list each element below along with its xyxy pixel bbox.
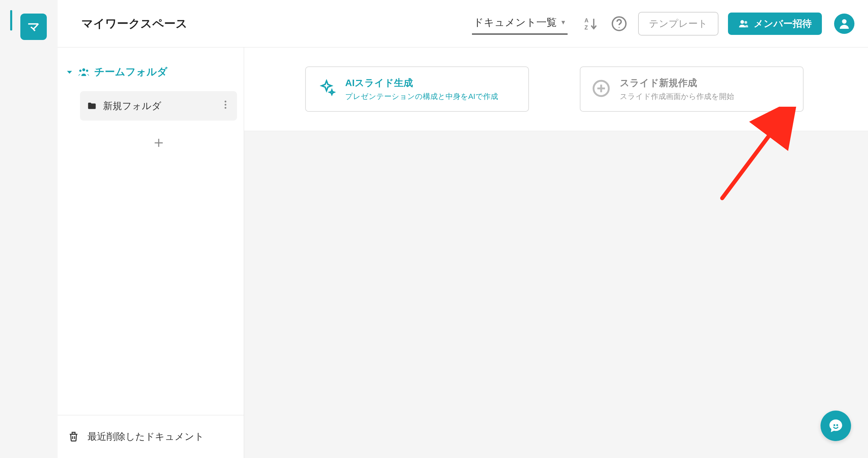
plus-circle-icon [592, 79, 610, 99]
svg-point-22 [833, 424, 835, 426]
sparkle-icon [317, 79, 336, 99]
help-button[interactable] [610, 14, 629, 33]
user-avatar[interactable] [834, 14, 854, 34]
more-vertical-icon [224, 100, 227, 109]
folder-name: 新規フォルダ [103, 100, 161, 112]
new-card-subtitle: スライド作成画面から作成を開始 [620, 91, 734, 102]
svg-point-10 [79, 69, 82, 72]
ai-slide-generate-card[interactable]: AIスライド生成 プレゼンテーションの構成と中身をAIで作成 [305, 66, 529, 112]
workspace-badge[interactable]: マ [20, 14, 47, 40]
folder-more-button[interactable] [221, 99, 230, 113]
workspace-active-indicator [10, 10, 12, 30]
svg-point-12 [224, 101, 226, 102]
topbar: マイワークスペース ドキュメント一覧 ▼ A Z [58, 0, 868, 47]
sort-button[interactable]: A Z [581, 14, 600, 33]
svg-point-9 [82, 68, 85, 71]
svg-point-6 [745, 21, 747, 24]
svg-point-11 [86, 69, 88, 72]
svg-marker-8 [67, 71, 72, 74]
invite-member-button[interactable]: メンバー招待 [728, 13, 822, 35]
sort-az-icon: A Z [583, 16, 598, 31]
ai-card-subtitle: プレゼンテーションの構成と中身をAIで作成 [345, 91, 498, 102]
chevron-down-icon [66, 68, 73, 76]
svg-point-5 [741, 20, 744, 24]
svg-text:A: A [585, 17, 589, 23]
caret-down-icon: ▼ [560, 19, 566, 26]
chat-fab[interactable] [821, 411, 851, 441]
template-button-label: テンプレート [649, 18, 708, 29]
team-icon [78, 66, 90, 78]
team-folder-label: チームフォルダ [94, 65, 167, 79]
document-list-dropdown[interactable]: ドキュメント一覧 ▼ [472, 13, 568, 35]
svg-point-14 [224, 107, 226, 109]
folder-item[interactable]: 新規フォルダ [80, 91, 237, 121]
users-icon [738, 18, 749, 29]
left-rail: マ [0, 0, 58, 458]
invite-button-label: メンバー招待 [754, 17, 812, 30]
team-folder-header[interactable]: チームフォルダ [63, 61, 237, 83]
svg-point-23 [836, 424, 838, 426]
add-folder-button[interactable]: ＋ [149, 134, 169, 150]
svg-text:Z: Z [585, 24, 588, 30]
main-canvas: AIスライド生成 プレゼンテーションの構成と中身をAIで作成 [244, 47, 868, 458]
document-list-label: ドキュメント一覧 [473, 16, 557, 29]
plus-icon: ＋ [151, 133, 166, 151]
workspace-badge-text: マ [27, 19, 40, 35]
avatar-icon [837, 17, 851, 30]
ai-card-title: AIスライド生成 [345, 77, 498, 89]
folder-icon [87, 101, 97, 111]
svg-point-7 [842, 19, 846, 23]
trash-link[interactable]: 最近削除したドキュメント [58, 415, 244, 458]
template-button[interactable]: テンプレート [638, 12, 718, 36]
svg-point-4 [618, 27, 619, 28]
svg-point-13 [224, 104, 226, 105]
sidebar: チームフォルダ 新規フォルダ [58, 47, 244, 458]
help-icon [611, 16, 627, 32]
trash-icon [68, 431, 79, 442]
page-title: マイワークスペース [81, 16, 188, 32]
new-card-title: スライド新規作成 [620, 77, 734, 89]
trash-label: 最近削除したドキュメント [87, 430, 204, 443]
chat-icon [827, 417, 844, 434]
new-slide-card[interactable]: スライド新規作成 スライド作成画面から作成を開始 [580, 66, 804, 112]
